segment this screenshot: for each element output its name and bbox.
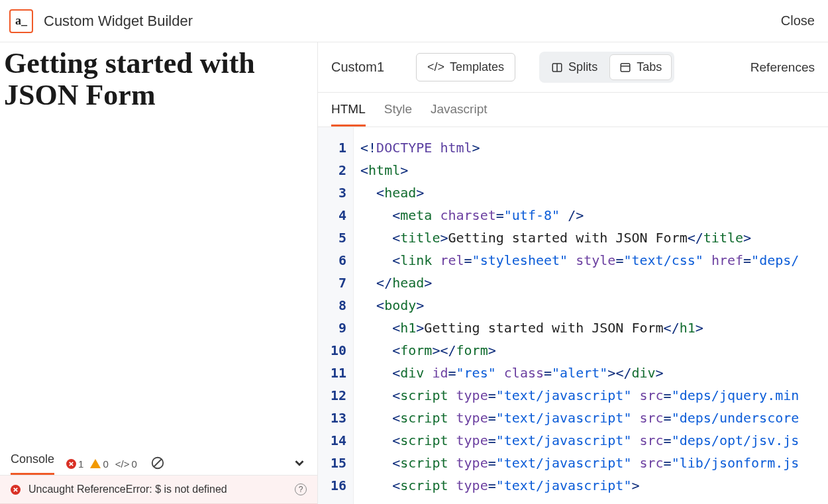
tabs-label: Tabs xyxy=(637,60,662,74)
code-editor[interactable]: 12345678910111213141516 <!DOCTYPE html><… xyxy=(318,127,828,504)
templates-button[interactable]: </> Templates xyxy=(416,53,515,81)
console-body: Uncaught ReferenceError: $ is not define… xyxy=(0,475,317,504)
line-gutter: 12345678910111213141516 xyxy=(318,127,354,504)
tag-count: 0 xyxy=(131,458,136,470)
splits-toggle[interactable]: Splits xyxy=(542,54,607,80)
editor-topbar: Custom1 </> Templates Splits Tabs Refere… xyxy=(318,42,828,93)
code-icon: </> xyxy=(427,60,444,74)
templates-label: Templates xyxy=(450,60,504,74)
error-count-badge[interactable]: 1 xyxy=(66,458,83,470)
main-split: Getting started with JSON Form Console 1… xyxy=(0,42,828,504)
preview-area: Getting started with JSON Form xyxy=(0,42,317,446)
tab-style[interactable]: Style xyxy=(384,102,412,126)
app-header: a_ Custom Widget Builder Close xyxy=(0,0,828,42)
close-button[interactable]: Close xyxy=(781,13,815,28)
clear-console-icon[interactable] xyxy=(150,456,165,472)
references-button[interactable]: References xyxy=(750,60,815,75)
code-icon: </> xyxy=(115,458,130,470)
tabs-toggle[interactable]: Tabs xyxy=(609,54,672,80)
splits-label: Splits xyxy=(568,60,597,74)
app-title: Custom Widget Builder xyxy=(44,13,781,30)
left-pane: Getting started with JSON Form Console 1… xyxy=(0,42,318,504)
tab-html[interactable]: HTML xyxy=(331,102,366,126)
tag-count-badge[interactable]: </> 0 xyxy=(115,458,137,470)
app-logo: a_ xyxy=(9,9,33,33)
svg-line-1 xyxy=(154,459,161,466)
warn-count-badge[interactable]: 0 xyxy=(90,458,108,470)
tab-javascript[interactable]: Javascript xyxy=(431,102,488,126)
code-content[interactable]: <!DOCTYPE html><html> <head> <meta chars… xyxy=(354,127,828,504)
preview-heading: Getting started with JSON Form xyxy=(4,48,313,112)
collapse-console-icon[interactable] xyxy=(292,456,307,472)
error-icon xyxy=(66,459,76,469)
warning-icon xyxy=(90,459,101,468)
console-error-message: Uncaught ReferenceError: $ is not define… xyxy=(28,483,227,495)
warn-count: 0 xyxy=(103,458,108,470)
console-tab[interactable]: Console xyxy=(11,452,54,475)
widget-name[interactable]: Custom1 xyxy=(331,60,384,75)
right-pane: Custom1 </> Templates Splits Tabs Refere… xyxy=(318,42,828,504)
console-header: Console 1 0 </> 0 xyxy=(0,446,317,475)
editor-subtabs: HTML Style Javascript xyxy=(318,93,828,127)
console-panel: Console 1 0 </> 0 xyxy=(0,446,317,504)
console-error-row[interactable]: Uncaught ReferenceError: $ is not define… xyxy=(0,476,317,504)
error-icon xyxy=(11,485,21,495)
app-logo-text: a_ xyxy=(15,14,27,28)
svg-rect-4 xyxy=(621,64,630,72)
console-counts: 1 0 </> 0 xyxy=(66,456,165,472)
help-icon[interactable] xyxy=(295,483,307,495)
error-count: 1 xyxy=(78,458,83,470)
view-mode-segmented: Splits Tabs xyxy=(539,52,674,83)
